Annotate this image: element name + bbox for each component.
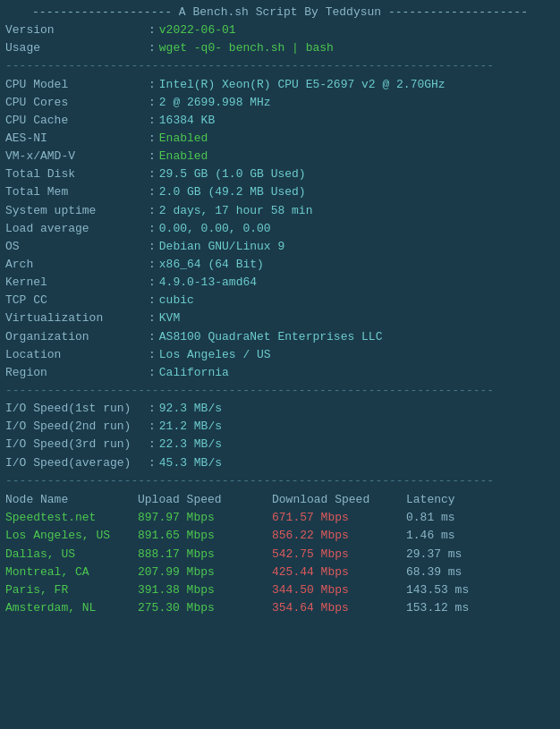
cpu-model-line: CPU Model : Intel(R) Xeon(R) CPU E5-2697… xyxy=(5,76,555,94)
arch-value: x86_64 (64 Bit) xyxy=(159,256,264,274)
upload-speed: 391.38 Mbps xyxy=(138,581,272,599)
mem-label: Total Mem xyxy=(5,183,148,201)
disk-value: 29.5 GB (1.0 GB Used) xyxy=(159,165,306,183)
vm-line: VM-x/AMD-V : Enabled xyxy=(5,148,555,165)
uptime-label: System uptime xyxy=(5,202,148,220)
node-name: Speedtest.net xyxy=(5,509,138,527)
download-speed: 542.75 Mbps xyxy=(272,546,406,564)
table-row: Amsterdam, NL 275.30 Mbps 354.64 Mbps 15… xyxy=(5,599,555,617)
load-label: Load average xyxy=(5,220,148,238)
io-run3-label: I/O Speed(3rd run) xyxy=(5,436,148,454)
speed-table-body: Speedtest.net 897.97 Mbps 671.57 Mbps 0.… xyxy=(5,509,555,617)
load-line: Load average : 0.00, 0.00, 0.00 xyxy=(5,220,555,238)
cpu-model-label: CPU Model xyxy=(5,76,148,94)
virt-label: Virtualization xyxy=(5,309,148,327)
download-speed: 354.64 Mbps xyxy=(272,599,406,617)
aes-label: AES-NI xyxy=(5,130,148,148)
io-run3-line: I/O Speed(3rd run) : 22.3 MB/s xyxy=(5,436,555,454)
org-label: Organization xyxy=(5,328,148,346)
aes-line: AES-NI : Enabled xyxy=(5,130,555,148)
upload-speed: 891.65 Mbps xyxy=(138,527,272,545)
disk-line: Total Disk : 29.5 GB (1.0 GB Used) xyxy=(5,165,555,183)
table-row: Montreal, CA 207.99 Mbps 425.44 Mbps 68.… xyxy=(5,564,555,581)
os-value: Debian GNU/Linux 9 xyxy=(159,238,284,256)
region-value: California xyxy=(159,364,229,382)
mem-value: 2.0 GB (49.2 MB Used) xyxy=(159,183,306,201)
location-label: Location xyxy=(5,346,148,364)
separator-1: ----------------------------------------… xyxy=(5,57,555,75)
version-line: Version : v2022-06-01 xyxy=(5,21,555,39)
node-name: Montreal, CA xyxy=(5,564,138,581)
io-run2-label: I/O Speed(2nd run) xyxy=(5,418,148,436)
download-speed: 856.22 Mbps xyxy=(272,527,406,545)
separator-3: ----------------------------------------… xyxy=(5,472,555,490)
virt-value: KVM xyxy=(159,309,180,327)
io-avg-label: I/O Speed(average) xyxy=(5,454,148,472)
upload-speed: 897.97 Mbps xyxy=(138,509,272,527)
version-value: v2022-06-01 xyxy=(159,21,236,39)
latency: 68.39 ms xyxy=(406,564,513,581)
col-latency-header: Latency xyxy=(406,490,513,509)
latency: 153.12 ms xyxy=(406,599,513,617)
cpu-cache-line: CPU Cache : 16384 KB xyxy=(5,112,555,130)
node-name: Dallas, US xyxy=(5,546,138,564)
virt-line: Virtualization : KVM xyxy=(5,309,555,327)
arch-line: Arch : x86_64 (64 Bit) xyxy=(5,256,555,274)
cpu-cores-line: CPU Cores : 2 @ 2699.998 MHz xyxy=(5,94,555,112)
table-row: Paris, FR 391.38 Mbps 344.50 Mbps 143.53… xyxy=(5,581,555,599)
tcp-value: cubic xyxy=(159,292,194,309)
cpu-cores-value: 2 @ 2699.998 MHz xyxy=(159,94,271,112)
upload-speed: 275.30 Mbps xyxy=(138,599,272,617)
mem-line: Total Mem : 2.0 GB (49.2 MB Used) xyxy=(5,183,555,201)
latency: 0.81 ms xyxy=(406,509,513,527)
col-upload-header: Upload Speed xyxy=(138,490,272,509)
location-line: Location : Los Angeles / US xyxy=(5,346,555,364)
node-name: Paris, FR xyxy=(5,581,138,599)
io-run1-value: 92.3 MB/s xyxy=(159,400,222,418)
uptime-value: 2 days, 17 hour 58 min xyxy=(159,202,313,220)
io-avg-value: 45.3 MB/s xyxy=(159,454,222,472)
io-avg-line: I/O Speed(average) : 45.3 MB/s xyxy=(5,454,555,472)
cpu-cores-label: CPU Cores xyxy=(5,94,148,112)
org-value: AS8100 QuadraNet Enterprises LLC xyxy=(159,328,383,346)
col-node-header: Node Name xyxy=(5,490,138,509)
uptime-line: System uptime : 2 days, 17 hour 58 min xyxy=(5,202,555,220)
tcp-label: TCP CC xyxy=(5,292,148,309)
upload-speed: 207.99 Mbps xyxy=(138,564,272,581)
usage-line: Usage : wget -q0- bench.sh | bash xyxy=(5,39,555,57)
kernel-value: 4.9.0-13-amd64 xyxy=(159,274,257,292)
table-row: Speedtest.net 897.97 Mbps 671.57 Mbps 0.… xyxy=(5,509,555,527)
version-label: Version xyxy=(5,21,148,39)
upload-speed: 888.17 Mbps xyxy=(138,546,272,564)
region-line: Region : California xyxy=(5,364,555,382)
table-row: Los Angeles, US 891.65 Mbps 856.22 Mbps … xyxy=(5,527,555,545)
download-speed: 425.44 Mbps xyxy=(272,564,406,581)
usage-label: Usage xyxy=(5,39,148,57)
io-run2-value: 21.2 MB/s xyxy=(159,418,222,436)
separator-2: ----------------------------------------… xyxy=(5,382,555,400)
table-row: Dallas, US 888.17 Mbps 542.75 Mbps 29.37… xyxy=(5,546,555,564)
latency: 143.53 ms xyxy=(406,581,513,599)
node-name: Los Angeles, US xyxy=(5,527,138,545)
org-line: Organization : AS8100 QuadraNet Enterpri… xyxy=(5,328,555,346)
cpu-cache-label: CPU Cache xyxy=(5,112,148,130)
vm-label: VM-x/AMD-V xyxy=(5,148,148,165)
io-run1-line: I/O Speed(1st run) : 92.3 MB/s xyxy=(5,400,555,418)
os-line: OS : Debian GNU/Linux 9 xyxy=(5,238,555,256)
os-label: OS xyxy=(5,238,148,256)
cpu-model-value: Intel(R) Xeon(R) CPU E5-2697 v2 @ 2.70GH… xyxy=(159,76,445,94)
arch-label: Arch xyxy=(5,256,148,274)
kernel-label: Kernel xyxy=(5,274,148,292)
location-value: Los Angeles / US xyxy=(159,346,271,364)
latency: 1.46 ms xyxy=(406,527,513,545)
region-label: Region xyxy=(5,364,148,382)
cpu-cache-value: 16384 KB xyxy=(159,112,215,130)
disk-label: Total Disk xyxy=(5,165,148,183)
io-run2-line: I/O Speed(2nd run) : 21.2 MB/s xyxy=(5,418,555,436)
table-header: Node Name Upload Speed Download Speed La… xyxy=(5,490,555,509)
vm-value: Enabled xyxy=(159,148,208,165)
download-speed: 344.50 Mbps xyxy=(272,581,406,599)
node-name: Amsterdam, NL xyxy=(5,599,138,617)
usage-value: wget -q0- bench.sh | bash xyxy=(159,39,334,57)
io-run1-label: I/O Speed(1st run) xyxy=(5,400,148,418)
